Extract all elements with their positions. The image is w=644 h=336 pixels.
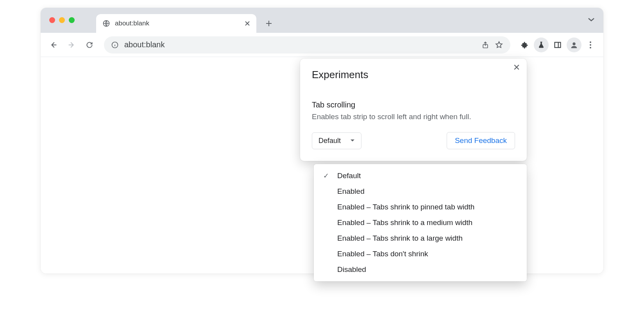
bookmark-star-icon[interactable] [495, 41, 503, 49]
share-icon[interactable] [481, 41, 489, 49]
svg-point-4 [572, 42, 575, 45]
dropdown-option-label: Enabled – Tabs don't shrink [337, 250, 428, 258]
experiment-value-select[interactable]: Default [312, 132, 361, 149]
popup-title: Experiments [312, 69, 515, 81]
send-feedback-button[interactable]: Send Feedback [447, 132, 515, 149]
close-window-button[interactable] [49, 17, 55, 23]
experiment-name: Tab scrolling [312, 100, 515, 109]
fullscreen-window-button[interactable] [69, 17, 75, 23]
menu-button[interactable] [583, 38, 598, 52]
browser-tab[interactable]: about:blank [96, 14, 256, 33]
experiments-popup: Experiments Tab scrolling Enables tab st… [300, 59, 527, 161]
side-panel-icon[interactable] [550, 38, 565, 52]
forward-button[interactable] [64, 38, 79, 52]
browser-window: about:blank about:blank [41, 8, 603, 273]
dropdown-option[interactable]: Disabled [314, 262, 527, 277]
url-text: about:blank [124, 40, 476, 49]
close-tab-icon[interactable] [245, 21, 250, 26]
experiments-flask-icon[interactable] [534, 38, 549, 52]
dropdown-option-label: Enabled – Tabs shrink to a large width [337, 234, 463, 243]
dropdown-option[interactable]: Enabled – Tabs shrink to a large width [314, 231, 527, 246]
dropdown-option-label: Enabled – Tabs shrink to a medium width [337, 218, 472, 227]
window-controls [49, 17, 75, 23]
extensions-icon[interactable] [517, 38, 532, 52]
tab-title: about:blank [115, 20, 240, 27]
new-tab-button[interactable] [262, 16, 276, 30]
popup-close-icon[interactable] [513, 64, 520, 70]
profile-avatar-icon[interactable] [567, 38, 581, 52]
select-value: Default [318, 137, 341, 145]
address-bar[interactable]: about:blank [104, 36, 510, 54]
dropdown-option[interactable]: Enabled [314, 184, 527, 199]
caret-down-icon [350, 139, 355, 142]
experiment-options-dropdown: ✓DefaultEnabledEnabled – Tabs shrink to … [314, 164, 527, 281]
toolbar: about:blank [41, 33, 603, 57]
site-info-icon[interactable] [111, 41, 119, 49]
dropdown-option[interactable]: ✓Default [314, 168, 527, 184]
check-icon: ✓ [322, 172, 330, 180]
dropdown-option-label: Default [337, 172, 361, 180]
dropdown-option[interactable]: Enabled – Tabs shrink to pinned tab widt… [314, 199, 527, 215]
toolbar-actions [517, 38, 598, 52]
tab-overflow-button[interactable] [588, 17, 595, 22]
dropdown-option-label: Enabled – Tabs shrink to pinned tab widt… [337, 203, 474, 211]
back-button[interactable] [46, 38, 61, 52]
reload-button[interactable] [82, 38, 97, 52]
dropdown-option-label: Enabled [337, 187, 365, 196]
tab-strip: about:blank [41, 8, 603, 33]
svg-rect-3 [555, 42, 561, 47]
dropdown-option-label: Disabled [337, 265, 366, 274]
minimize-window-button[interactable] [59, 17, 65, 23]
experiment-description: Enables tab strip to scroll left and rig… [312, 113, 515, 121]
globe-icon [102, 20, 110, 27]
dropdown-option[interactable]: Enabled – Tabs don't shrink [314, 246, 527, 262]
dropdown-option[interactable]: Enabled – Tabs shrink to a medium width [314, 215, 527, 231]
